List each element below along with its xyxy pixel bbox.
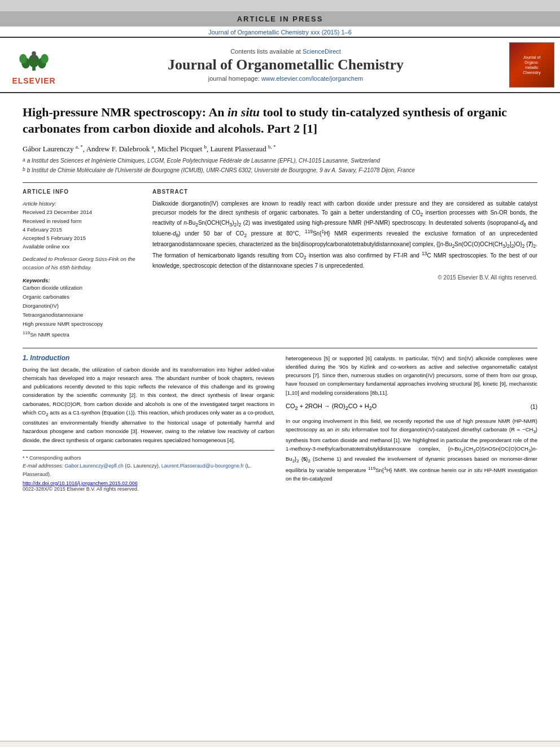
- received-date: Received 23 December 2014: [23, 208, 141, 216]
- affiliation-b: b b Institut de Chimie Moléculaire de l'…: [23, 166, 537, 176]
- keyword-5: High pressure NMR spectroscopy: [23, 320, 141, 329]
- elsevier-brand: ELSEVIER: [12, 76, 55, 85]
- svg-point-4: [19, 54, 27, 64]
- title-italic: in situ: [228, 105, 260, 119]
- abstract-label: ABSTRACT: [152, 189, 537, 195]
- affiliations: a a Institut des Sciences et Ingénierie …: [23, 156, 537, 176]
- abstract-column: ABSTRACT Dialkoxide diorganotin(IV) comp…: [152, 189, 537, 339]
- journal-logo-right-text: Journal ofOrgano-metallicChemistry: [523, 55, 541, 75]
- intro-paragraph1: During the last decade, the utilization …: [23, 365, 274, 444]
- keyword-1: Carbon dioxide utilization: [23, 283, 141, 292]
- keyword-3: Diorganotin(IV): [23, 302, 141, 311]
- article-info-label: ARTICLE INFO: [23, 189, 141, 195]
- journal-homepage-line: journal homepage: www.elsevier.com/locat…: [68, 75, 504, 82]
- email2-link[interactable]: Laurent.Plasseraud@u-bourgogne.fr: [161, 463, 244, 469]
- article-history: Article history: Received 23 December 20…: [23, 199, 141, 251]
- sciencedirect-link[interactable]: ScienceDirect: [303, 48, 341, 55]
- doi-line[interactable]: http://dx.doi.org/10.1016/j.jorganchem.2…: [23, 480, 274, 486]
- authors-text: Gábor Laurenczy a, *, Andrew F. Dalebroo…: [23, 145, 275, 153]
- article-in-press-banner: ARTICLE IN PRESS: [0, 11, 560, 27]
- affiliation-b-text: b Institut de Chimie Moléculaire de l'Un…: [27, 166, 415, 176]
- body-section: 1. Introduction During the last decade, …: [23, 348, 537, 492]
- keyword-4: Tetraorganodistannoxane: [23, 311, 141, 320]
- body-left-column: 1. Introduction During the last decade, …: [23, 354, 274, 492]
- history-label: Article history:: [23, 199, 141, 208]
- banner-text: ARTICLE IN PRESS: [237, 15, 323, 23]
- homepage-label: journal homepage:: [208, 75, 261, 82]
- equation-text: CO2 + 2ROH → (RO)2CO + H2O: [286, 403, 377, 411]
- svg-point-6: [32, 51, 36, 56]
- received-revised-label: Received in revised form: [23, 217, 141, 225]
- email1-link[interactable]: Gabor.Laurenczy@epfl.ch: [65, 463, 124, 469]
- article-content: High-pressure NMR spectroscopy: An in si…: [0, 93, 560, 741]
- intro-paragraph-right1: heterogeneous [5] or supported [6] catal…: [286, 354, 537, 397]
- journal-strip-text: Journal of Organometallic Chemistry xxx …: [208, 29, 352, 36]
- header-logo-left: ELSEVIER: [6, 45, 62, 85]
- affiliation-a: a a Institut des Sciences et Ingénierie …: [23, 156, 537, 166]
- issn-line: 0022-328X/© 2015 Elsevier B.V. All right…: [23, 486, 274, 492]
- doi-link[interactable]: http://dx.doi.org/10.1016/j.jorganchem.2…: [23, 480, 138, 486]
- elsevier-tree-icon: [14, 49, 54, 72]
- equation-number: (1): [531, 404, 537, 410]
- introduction-heading: 1. Introduction: [23, 354, 274, 362]
- intro-paragraph-right2: In our ongoing involvement in this field…: [286, 417, 537, 483]
- page: ARTICLE IN PRESS Journal of Organometall…: [0, 11, 560, 747]
- article-title: High-pressure NMR spectroscopy: An in si…: [23, 104, 537, 137]
- affiliation-a-text: a Institut des Sciences et Ingénierie Ch…: [27, 156, 380, 166]
- keyword-6: 119Sn NMR spectra: [23, 329, 141, 339]
- available-online: Available online xxx: [23, 242, 141, 251]
- header-center: Contents lists available at ScienceDirec…: [68, 48, 504, 82]
- keyword-2: Organic carbonates: [23, 292, 141, 302]
- dedication: Dedicated to Professor Georg Süss-Fink o…: [23, 255, 141, 272]
- corresponding-footnote: * * Corresponding authors: [23, 454, 274, 462]
- email-footnote: E-mail addresses: Gabor.Laurenczy@epfl.c…: [23, 462, 274, 478]
- journal-logo-right: Journal ofOrgano-metallicChemistry: [509, 42, 554, 88]
- bottom-bar: Please cite this article in press as: G.…: [0, 741, 560, 747]
- accepted-date: Accepted 5 February 2015: [23, 234, 141, 242]
- equation-line: CO2 + 2ROH → (RO)2CO + H2O (1): [286, 403, 537, 411]
- journal-title: Journal of Organometallic Chemistry: [68, 56, 504, 73]
- affiliation-a-superscript: a: [23, 156, 25, 166]
- keywords-list: Carbon dioxide utilization Organic carbo…: [23, 283, 141, 339]
- elsevier-logo: [8, 45, 59, 76]
- authors-line: Gábor Laurenczy a, *, Andrew F. Dalebroo…: [23, 143, 537, 153]
- svg-point-5: [41, 54, 48, 64]
- revised-date: 4 February 2015: [23, 225, 141, 234]
- abstract-text: Dialkoxide diorganotin(IV) complexes are…: [152, 199, 537, 270]
- svg-rect-7: [32, 55, 36, 59]
- sciencedirect-label: Contents lists available at: [230, 48, 303, 55]
- article-info-abstract-section: ARTICLE INFO Article history: Received 2…: [23, 182, 537, 339]
- footnotes-area: * * Corresponding authors E-mail address…: [23, 450, 274, 492]
- keywords-label: Keywords:: [23, 277, 141, 283]
- journal-info-strip: Journal of Organometallic Chemistry xxx …: [0, 27, 560, 37]
- article-info-column: ARTICLE INFO Article history: Received 2…: [23, 189, 141, 339]
- title-part1: High-pressure NMR spectroscopy: An: [23, 105, 228, 119]
- keywords-section: Keywords: Carbon dioxide utilization Org…: [23, 277, 141, 339]
- body-right-column: heterogeneous [5] or supported [6] catal…: [286, 354, 537, 492]
- sciencedirect-line: Contents lists available at ScienceDirec…: [68, 48, 504, 55]
- copyright-line: © 2015 Elsevier B.V. All rights reserved…: [152, 274, 537, 281]
- homepage-link[interactable]: www.elsevier.com/locate/jorganchem: [261, 75, 363, 82]
- header-area: ELSEVIER Contents lists available at Sci…: [0, 37, 560, 93]
- affiliation-b-superscript: b: [23, 166, 25, 176]
